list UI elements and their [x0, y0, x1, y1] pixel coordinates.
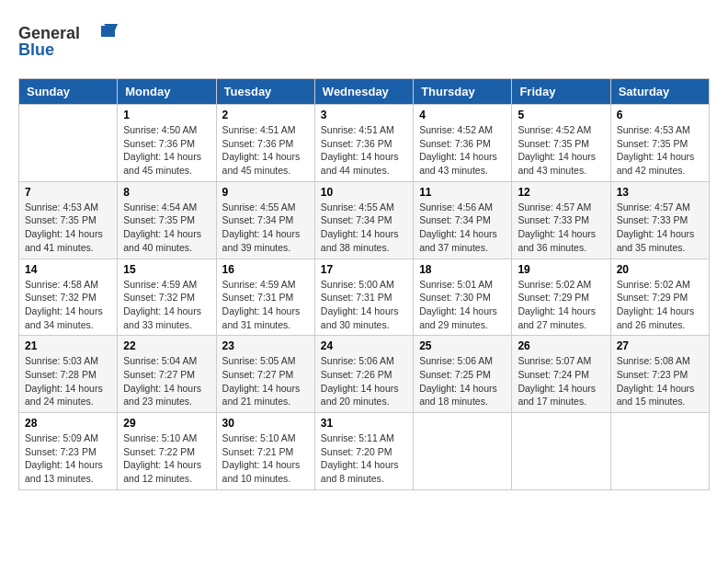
svg-text:Blue: Blue [18, 40, 54, 59]
calendar-cell: 27Sunrise: 5:08 AMSunset: 7:23 PMDayligh… [610, 336, 709, 413]
calendar-cell: 28Sunrise: 5:09 AMSunset: 7:23 PMDayligh… [19, 413, 118, 490]
day-detail: Sunrise: 5:06 AMSunset: 7:25 PMDaylight:… [419, 354, 506, 408]
day-number: 22 [123, 339, 210, 352]
day-detail: Sunrise: 5:05 AMSunset: 7:27 PMDaylight:… [222, 354, 309, 408]
day-number: 13 [617, 186, 703, 199]
day-detail: Sunrise: 5:11 AMSunset: 7:20 PMDaylight:… [321, 431, 407, 486]
day-number: 23 [222, 339, 309, 352]
calendar-cell: 17Sunrise: 5:00 AMSunset: 7:31 PMDayligh… [314, 259, 413, 336]
day-detail: Sunrise: 5:07 AMSunset: 7:24 PMDaylight:… [518, 354, 604, 408]
weekday-header-saturday: Saturday [610, 79, 709, 105]
day-detail: Sunrise: 5:00 AMSunset: 7:31 PMDaylight:… [321, 278, 407, 332]
day-number: 26 [518, 339, 604, 352]
weekday-header-monday: Monday [118, 79, 216, 105]
calendar-cell: 26Sunrise: 5:07 AMSunset: 7:24 PMDayligh… [512, 336, 610, 413]
calendar-cell: 19Sunrise: 5:02 AMSunset: 7:29 PMDayligh… [512, 259, 610, 336]
day-number: 5 [518, 109, 604, 121]
day-detail: Sunrise: 4:56 AMSunset: 7:34 PMDaylight:… [419, 201, 506, 255]
day-detail: Sunrise: 4:58 AMSunset: 7:32 PMDaylight:… [25, 278, 111, 332]
day-detail: Sunrise: 5:08 AMSunset: 7:23 PMDaylight:… [617, 354, 703, 408]
day-detail: Sunrise: 4:55 AMSunset: 7:34 PMDaylight:… [321, 201, 407, 255]
calendar-cell: 31Sunrise: 5:11 AMSunset: 7:20 PMDayligh… [314, 413, 413, 490]
day-detail: Sunrise: 4:59 AMSunset: 7:32 PMDaylight:… [123, 278, 210, 332]
day-number: 3 [321, 109, 407, 121]
day-number: 12 [518, 186, 604, 199]
day-number: 2 [222, 109, 309, 121]
logo-text: General Blue [18, 18, 129, 63]
week-row-4: 21Sunrise: 5:03 AMSunset: 7:28 PMDayligh… [19, 336, 710, 413]
day-number: 25 [419, 339, 506, 352]
calendar-cell: 9Sunrise: 4:55 AMSunset: 7:34 PMDaylight… [216, 181, 314, 259]
calendar-cell: 18Sunrise: 5:01 AMSunset: 7:30 PMDayligh… [414, 259, 512, 336]
day-detail: Sunrise: 4:53 AMSunset: 7:35 PMDaylight:… [25, 201, 111, 255]
weekday-header-friday: Friday [512, 79, 610, 105]
day-detail: Sunrise: 5:01 AMSunset: 7:30 PMDaylight:… [419, 278, 506, 332]
day-number: 27 [617, 339, 703, 352]
calendar-cell [512, 413, 610, 490]
calendar-cell: 21Sunrise: 5:03 AMSunset: 7:28 PMDayligh… [19, 336, 118, 413]
calendar-cell: 14Sunrise: 4:58 AMSunset: 7:32 PMDayligh… [19, 259, 118, 336]
calendar-cell: 30Sunrise: 5:10 AMSunset: 7:21 PMDayligh… [216, 413, 314, 490]
calendar-cell [414, 413, 512, 490]
day-detail: Sunrise: 4:59 AMSunset: 7:31 PMDaylight:… [222, 278, 309, 332]
day-number: 30 [222, 417, 309, 430]
day-number: 8 [123, 186, 210, 199]
day-number: 4 [419, 109, 506, 121]
day-detail: Sunrise: 5:04 AMSunset: 7:27 PMDaylight:… [123, 354, 210, 408]
day-number: 7 [25, 186, 111, 199]
day-detail: Sunrise: 4:52 AMSunset: 7:35 PMDaylight:… [518, 123, 604, 178]
day-number: 21 [25, 339, 111, 352]
day-number: 11 [419, 186, 506, 199]
day-detail: Sunrise: 5:02 AMSunset: 7:29 PMDaylight:… [617, 278, 703, 332]
day-number: 9 [222, 186, 309, 199]
calendar-cell: 13Sunrise: 4:57 AMSunset: 7:33 PMDayligh… [610, 181, 709, 259]
calendar-cell: 5Sunrise: 4:52 AMSunset: 7:35 PMDaylight… [512, 105, 610, 182]
day-number: 31 [321, 417, 407, 430]
calendar-cell: 2Sunrise: 4:51 AMSunset: 7:36 PMDaylight… [216, 105, 314, 182]
day-detail: Sunrise: 4:57 AMSunset: 7:33 PMDaylight:… [518, 201, 604, 255]
day-detail: Sunrise: 4:50 AMSunset: 7:36 PMDaylight:… [123, 123, 210, 178]
calendar-cell: 22Sunrise: 5:04 AMSunset: 7:27 PMDayligh… [118, 336, 216, 413]
weekday-header-tuesday: Tuesday [216, 79, 314, 105]
day-detail: Sunrise: 5:06 AMSunset: 7:26 PMDaylight:… [321, 354, 407, 408]
day-number: 14 [25, 263, 111, 276]
day-number: 28 [25, 417, 111, 430]
weekday-header-wednesday: Wednesday [314, 79, 413, 105]
calendar-table: SundayMondayTuesdayWednesdayThursdayFrid… [18, 78, 710, 490]
week-row-2: 7Sunrise: 4:53 AMSunset: 7:35 PMDaylight… [19, 181, 710, 259]
day-detail: Sunrise: 4:51 AMSunset: 7:36 PMDaylight:… [222, 123, 309, 178]
calendar-cell: 6Sunrise: 4:53 AMSunset: 7:35 PMDaylight… [610, 105, 709, 182]
day-number: 1 [123, 109, 210, 121]
calendar-cell: 1Sunrise: 4:50 AMSunset: 7:36 PMDaylight… [118, 105, 216, 182]
calendar-cell: 4Sunrise: 4:52 AMSunset: 7:36 PMDaylight… [414, 105, 512, 182]
day-detail: Sunrise: 4:55 AMSunset: 7:34 PMDaylight:… [222, 201, 309, 255]
day-number: 18 [419, 263, 506, 276]
calendar-cell: 25Sunrise: 5:06 AMSunset: 7:25 PMDayligh… [414, 336, 512, 413]
weekday-header-sunday: Sunday [19, 79, 118, 105]
week-row-3: 14Sunrise: 4:58 AMSunset: 7:32 PMDayligh… [19, 259, 710, 336]
day-detail: Sunrise: 4:54 AMSunset: 7:35 PMDaylight:… [123, 201, 210, 255]
day-detail: Sunrise: 4:51 AMSunset: 7:36 PMDaylight:… [321, 123, 407, 178]
day-number: 17 [321, 263, 407, 276]
page-header: General Blue [18, 18, 710, 63]
calendar-cell: 29Sunrise: 5:10 AMSunset: 7:22 PMDayligh… [118, 413, 216, 490]
day-detail: Sunrise: 5:10 AMSunset: 7:21 PMDaylight:… [222, 431, 309, 486]
day-detail: Sunrise: 5:02 AMSunset: 7:29 PMDaylight:… [518, 278, 604, 332]
week-row-1: 1Sunrise: 4:50 AMSunset: 7:36 PMDaylight… [19, 105, 710, 182]
calendar-cell: 7Sunrise: 4:53 AMSunset: 7:35 PMDaylight… [19, 181, 118, 259]
calendar-cell: 20Sunrise: 5:02 AMSunset: 7:29 PMDayligh… [610, 259, 709, 336]
calendar-cell [610, 413, 709, 490]
day-detail: Sunrise: 5:10 AMSunset: 7:22 PMDaylight:… [123, 431, 210, 486]
calendar-cell: 8Sunrise: 4:54 AMSunset: 7:35 PMDaylight… [118, 181, 216, 259]
weekday-header-row: SundayMondayTuesdayWednesdayThursdayFrid… [19, 79, 710, 105]
calendar-cell: 16Sunrise: 4:59 AMSunset: 7:31 PMDayligh… [216, 259, 314, 336]
calendar-cell: 15Sunrise: 4:59 AMSunset: 7:32 PMDayligh… [118, 259, 216, 336]
day-number: 6 [617, 109, 703, 121]
calendar-cell [19, 105, 118, 182]
day-number: 19 [518, 263, 604, 276]
day-detail: Sunrise: 4:53 AMSunset: 7:35 PMDaylight:… [617, 123, 703, 178]
day-number: 29 [123, 417, 210, 430]
day-number: 10 [321, 186, 407, 199]
day-number: 24 [321, 339, 407, 352]
calendar-cell: 3Sunrise: 4:51 AMSunset: 7:36 PMDaylight… [314, 105, 413, 182]
